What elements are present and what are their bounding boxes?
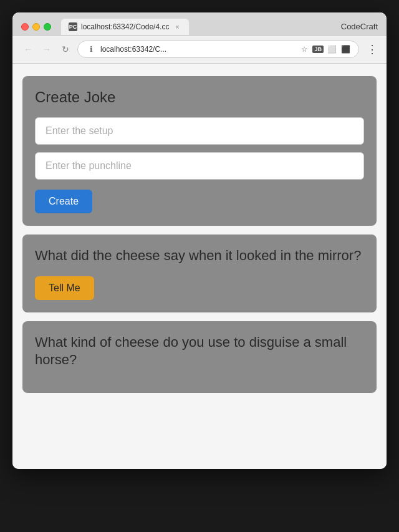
address-icons: ☆ JB ⬜ ⬛	[299, 44, 351, 55]
active-tab[interactable]: PC localhost:63342/Code/4.cc ×	[61, 19, 189, 35]
create-joke-title: Create Joke	[35, 89, 364, 106]
address-bar: ← → ↻ ℹ localhost:63342/C... ☆ JB ⬜ ⬛ ⋮	[12, 36, 387, 64]
tell-me-button-0[interactable]: Tell Me	[35, 276, 94, 300]
joke-setup-0: What did the cheese say when it looked i…	[35, 247, 364, 265]
traffic-lights	[21, 23, 51, 31]
punchline-input[interactable]	[35, 152, 364, 180]
tab-bar: PC localhost:63342/Code/4.cc × CodeCraft	[61, 19, 378, 35]
create-joke-card: Create Joke Create	[22, 76, 377, 226]
tab-app-icon: PC	[69, 22, 77, 31]
minimize-button[interactable]	[32, 23, 40, 31]
extensions-icon: ⬛	[340, 44, 351, 55]
browser-title: CodeCraft	[341, 22, 378, 35]
browser-window: PC localhost:63342/Code/4.cc × CodeCraft…	[12, 12, 387, 469]
title-bar: PC localhost:63342/Code/4.cc × CodeCraft	[12, 12, 387, 36]
info-icon: ℹ	[85, 44, 97, 55]
tab-label: localhost:63342/Code/4.cc	[81, 22, 169, 31]
setup-input[interactable]	[35, 117, 364, 145]
menu-button[interactable]: ⋮	[367, 42, 378, 56]
joke-setup-1: What kind of cheese do you use to disgui…	[35, 334, 364, 369]
back-button[interactable]: ←	[21, 42, 35, 56]
url-text: localhost:63342/C...	[100, 45, 295, 54]
create-button[interactable]: Create	[35, 190, 92, 213]
tab-close-button[interactable]: ×	[173, 22, 181, 31]
forward-button[interactable]: →	[40, 42, 54, 56]
star-icon[interactable]: ☆	[299, 44, 310, 55]
screenshot-icon: ⬜	[326, 44, 337, 55]
close-button[interactable]	[21, 23, 29, 31]
joke-card-1: What kind of cheese do you use to disgui…	[22, 321, 377, 393]
page-content: Create Joke Create What did the cheese s…	[12, 64, 387, 469]
maximize-button[interactable]	[44, 23, 51, 31]
address-input[interactable]: ℹ localhost:63342/C... ☆ JB ⬜ ⬛	[77, 41, 359, 58]
jb-badge: JB	[312, 46, 324, 53]
refresh-button[interactable]: ↻	[59, 42, 72, 56]
joke-card-0: What did the cheese say when it looked i…	[22, 235, 377, 312]
